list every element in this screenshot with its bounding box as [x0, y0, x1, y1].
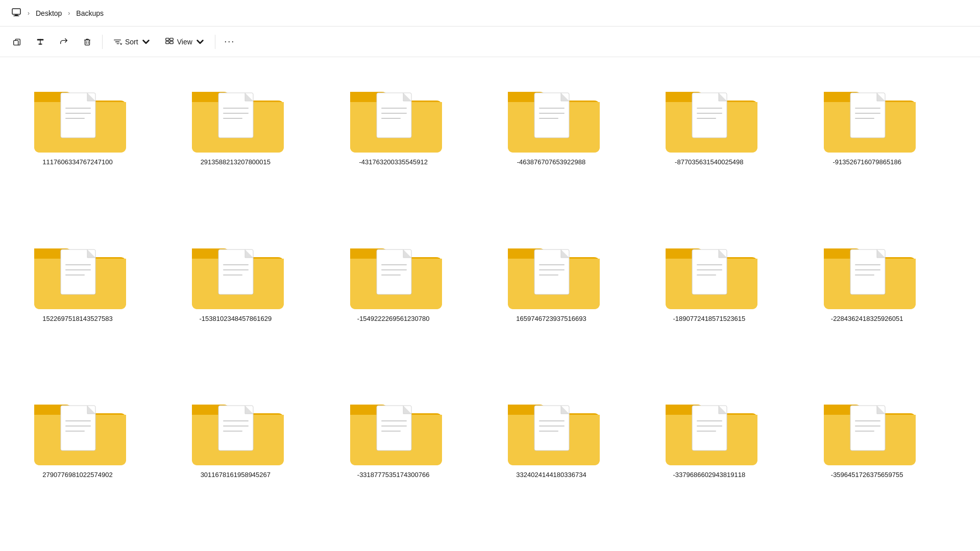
view-chevron-icon	[195, 37, 205, 46]
folder-icon	[345, 390, 442, 467]
view-button[interactable]: View	[159, 32, 211, 52]
folder-icon	[819, 234, 916, 311]
view-label: View	[177, 38, 192, 46]
folder-label: 3324024144180336734	[516, 471, 586, 479]
folder-item[interactable]: -463876707653922988	[490, 69, 612, 226]
folder-label: -1538102348457861629	[199, 315, 272, 322]
folder-label: 1659746723937516693	[516, 315, 586, 322]
folder-item[interactable]: 2913588213207800015	[174, 69, 297, 226]
folder-label: -913526716079865186	[832, 158, 901, 166]
folder-icon	[660, 390, 757, 467]
folder-item[interactable]: -913526716079865186	[806, 69, 928, 226]
sort-icon	[113, 37, 122, 46]
folder-label: -3318777535174300766	[357, 471, 430, 479]
delete-button[interactable]	[77, 32, 98, 52]
share-icon	[59, 37, 68, 46]
folder-item[interactable]: 3011678161958945267	[174, 382, 297, 539]
breadcrumb-sep-2: ›	[67, 10, 71, 17]
folder-icon	[345, 234, 442, 311]
folder-item[interactable]: -1538102348457861629	[174, 226, 297, 383]
folder-label: 2913588213207800015	[201, 158, 271, 166]
rename-icon	[36, 37, 45, 46]
toolbar-separator-2	[215, 35, 215, 49]
toolbar: Sort View ···	[0, 27, 980, 57]
folder-label: -1549222269561230780	[357, 315, 430, 322]
svg-rect-4	[14, 40, 18, 45]
folder-icon	[345, 78, 442, 154]
folder-item[interactable]: -877035631540025498	[648, 69, 770, 226]
svg-rect-8	[85, 40, 90, 45]
folder-item[interactable]: 2790776981022574902	[16, 382, 139, 539]
breadcrumb-backups[interactable]: Backups	[73, 7, 107, 19]
folder-icon	[503, 78, 600, 154]
folder-item[interactable]: -1890772418571523615	[648, 226, 770, 383]
folder-icon	[187, 390, 284, 467]
svg-rect-7	[38, 43, 42, 44]
folder-label: 1117606334767247100	[42, 158, 112, 166]
folder-label: -877035631540025498	[675, 158, 743, 166]
svg-rect-14	[165, 38, 168, 40]
folder-label: 3011678161958945267	[201, 471, 271, 479]
file-grid: 1117606334767247100 2913588213207800015	[0, 57, 980, 551]
folder-item[interactable]: 3324024144180336734	[490, 382, 612, 539]
breadcrumb-sep-1: ›	[27, 10, 31, 17]
copy-button[interactable]	[6, 32, 28, 52]
folder-item[interactable]: -3379686602943819118	[648, 382, 770, 539]
rename-button[interactable]	[30, 32, 51, 52]
view-icon	[165, 37, 174, 46]
folder-item[interactable]: -3596451726375659755	[806, 382, 928, 539]
folder-item[interactable]: -2284362418325926051	[806, 226, 928, 383]
folder-label: 2790776981022574902	[42, 471, 112, 479]
folder-label: -3379686602943819118	[673, 471, 745, 479]
svg-rect-17	[170, 41, 173, 44]
svg-rect-0	[12, 9, 20, 14]
breadcrumb-desktop[interactable]: Desktop	[33, 7, 65, 19]
folder-icon	[503, 234, 600, 311]
folder-icon	[819, 78, 916, 154]
share-button[interactable]	[53, 32, 75, 52]
folder-label: -431763200335545912	[359, 158, 427, 166]
folder-icon	[187, 78, 284, 154]
toolbar-separator-1	[102, 35, 103, 49]
delete-icon	[83, 37, 92, 46]
svg-rect-15	[170, 38, 173, 40]
sort-label: Sort	[125, 38, 138, 46]
folder-item[interactable]: -1549222269561230780	[332, 226, 455, 383]
folder-icon	[819, 390, 916, 467]
folder-label: -463876707653922988	[517, 158, 585, 166]
folder-item[interactable]: 1659746723937516693	[490, 226, 612, 383]
folder-item[interactable]: -431763200335545912	[332, 69, 455, 226]
folder-icon	[29, 78, 126, 154]
folder-label: -3596451726375659755	[831, 471, 903, 479]
folder-label: 1522697518143527583	[42, 315, 112, 322]
folder-icon	[660, 234, 757, 311]
breadcrumb-bar: › Desktop › Backups	[0, 0, 980, 27]
folder-item[interactable]: 1522697518143527583	[16, 226, 139, 383]
folder-icon	[29, 234, 126, 311]
folder-icon	[187, 234, 284, 311]
folder-icon	[503, 390, 600, 467]
folder-item[interactable]: 1117606334767247100	[16, 69, 139, 226]
folder-icon	[29, 390, 126, 467]
breadcrumb-monitor-icon[interactable]	[8, 5, 24, 21]
copy-icon	[12, 37, 21, 46]
svg-rect-16	[165, 41, 168, 44]
folder-icon	[660, 78, 757, 154]
sort-chevron-icon	[141, 37, 151, 46]
folder-label: -2284362418325926051	[831, 315, 903, 322]
more-button[interactable]: ···	[219, 32, 240, 52]
sort-button[interactable]: Sort	[107, 32, 157, 52]
folder-item[interactable]: -3318777535174300766	[332, 382, 455, 539]
folder-label: -1890772418571523615	[673, 315, 745, 322]
